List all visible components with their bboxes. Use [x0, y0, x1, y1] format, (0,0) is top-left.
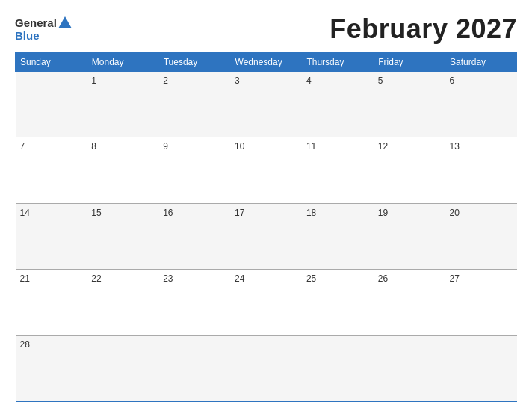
day-number: 18 — [306, 208, 316, 218]
day-number: 23 — [163, 274, 173, 284]
calendar-cell: 12 — [374, 137, 445, 203]
calendar-page: General Blue February 2027 Sunday Monday… — [0, 0, 532, 411]
calendar-cell: 2 — [158, 72, 230, 137]
calendar-cell: 6 — [445, 72, 517, 137]
calendar-week-row: 14151617181920 — [16, 203, 517, 269]
calendar-cell: 7 — [16, 137, 87, 203]
calendar-cell: 9 — [158, 137, 230, 203]
calendar-cell: 28 — [16, 336, 87, 401]
day-number: 15 — [91, 208, 101, 218]
day-number: 17 — [235, 208, 244, 218]
calendar-week-row: 28 — [16, 336, 517, 401]
day-number: 9 — [163, 141, 168, 152]
calendar-cell: 15 — [87, 203, 158, 269]
calendar-body: 1234567891011121314151617181920212223242… — [16, 72, 517, 402]
day-number: 28 — [20, 339, 30, 350]
day-number: 6 — [450, 75, 455, 86]
header: General Blue February 2027 — [15, 13, 517, 45]
col-sunday: Sunday — [16, 53, 87, 72]
calendar-cell: 19 — [374, 203, 445, 269]
col-monday: Monday — [87, 53, 158, 72]
calendar-table: Sunday Monday Tuesday Wednesday Thursday… — [15, 52, 517, 402]
col-wednesday: Wednesday — [230, 53, 302, 72]
days-header-row: Sunday Monday Tuesday Wednesday Thursday… — [16, 53, 517, 72]
day-number: 1 — [91, 75, 96, 86]
calendar-cell — [230, 336, 302, 401]
calendar-cell: 25 — [302, 269, 374, 335]
day-number: 3 — [235, 75, 240, 86]
calendar-cell: 10 — [230, 137, 302, 203]
calendar-cell: 4 — [302, 72, 374, 137]
logo-general-text: General — [15, 17, 57, 30]
calendar-cell: 3 — [230, 72, 302, 137]
calendar-cell — [87, 336, 158, 401]
calendar-cell: 21 — [16, 269, 87, 335]
calendar-week-row: 78910111213 — [16, 137, 517, 203]
calendar-cell: 17 — [230, 203, 302, 269]
calendar-cell: 18 — [302, 203, 374, 269]
logo-row1: General — [15, 16, 72, 30]
day-number: 5 — [378, 75, 383, 86]
calendar-title: February 2027 — [330, 13, 517, 45]
calendar-cell: 11 — [302, 137, 374, 203]
day-number: 8 — [91, 141, 96, 152]
calendar-cell: 23 — [158, 269, 230, 335]
calendar-cell: 27 — [445, 269, 517, 335]
day-number: 24 — [235, 274, 244, 284]
calendar-week-row: 21222324252627 — [16, 269, 517, 335]
calendar-cell: 8 — [87, 137, 158, 203]
day-number: 7 — [20, 141, 25, 152]
logo-triangle-icon — [58, 16, 72, 28]
calendar-cell: 1 — [87, 72, 158, 137]
day-number: 10 — [235, 141, 244, 152]
calendar-cell — [302, 336, 374, 401]
day-number: 12 — [378, 141, 388, 152]
day-number: 16 — [163, 208, 173, 218]
calendar-week-row: 123456 — [16, 72, 517, 137]
day-number: 25 — [306, 274, 316, 284]
day-number: 26 — [378, 274, 388, 284]
day-number: 19 — [378, 208, 388, 218]
day-number: 11 — [306, 141, 316, 152]
day-number: 27 — [450, 274, 460, 284]
day-number: 21 — [20, 274, 30, 284]
day-number: 22 — [91, 274, 101, 284]
logo-blue-text: Blue — [15, 30, 40, 43]
logo: General Blue — [15, 16, 72, 43]
calendar-cell: 14 — [16, 203, 87, 269]
col-friday: Friday — [374, 53, 445, 72]
calendar-cell: 16 — [158, 203, 230, 269]
day-number: 4 — [306, 75, 312, 86]
calendar-cell: 20 — [445, 203, 517, 269]
col-thursday: Thursday — [302, 53, 374, 72]
calendar-cell: 24 — [230, 269, 302, 335]
calendar-cell — [16, 72, 87, 137]
col-saturday: Saturday — [445, 53, 517, 72]
day-number: 20 — [450, 208, 460, 218]
day-number: 13 — [450, 141, 460, 152]
calendar-cell: 5 — [374, 72, 445, 137]
day-number: 14 — [20, 208, 30, 218]
col-tuesday: Tuesday — [158, 53, 230, 72]
calendar-cell: 22 — [87, 269, 158, 335]
day-number: 2 — [163, 75, 168, 86]
calendar-cell: 26 — [374, 269, 445, 335]
logo-row2: Blue — [15, 30, 40, 43]
calendar-cell — [445, 336, 517, 401]
calendar-cell: 13 — [445, 137, 517, 203]
calendar-cell — [158, 336, 230, 401]
calendar-cell — [374, 336, 445, 401]
